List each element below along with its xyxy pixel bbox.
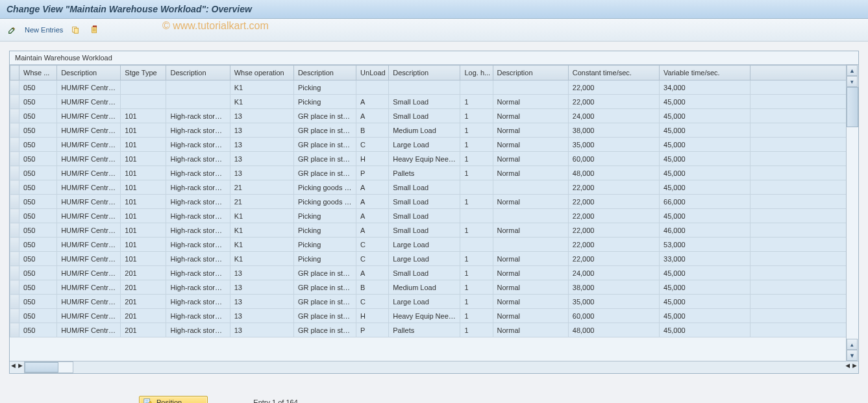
scroll-down-icon[interactable]: ▼: [847, 350, 858, 361]
hscroll-last-icon[interactable]: ►: [851, 361, 858, 373]
cell-desc2[interactable]: High-rack storage: [166, 123, 230, 138]
cell-desc5[interactable]: Normal: [493, 295, 568, 309]
row-selector[interactable]: [10, 80, 19, 95]
cell-desc2[interactable]: High-rack storag…: [166, 280, 230, 295]
cell-log[interactable]: [460, 238, 493, 252]
cell-vt[interactable]: 45,000: [660, 166, 750, 180]
cell-desc4[interactable]: Pallets: [389, 166, 460, 180]
toggle-edit-icon[interactable]: [5, 23, 19, 37]
cell-desc2[interactable]: High-rack storag…: [166, 266, 230, 280]
cell-unload[interactable]: C: [356, 295, 389, 309]
col-whop[interactable]: Whse operation: [230, 66, 293, 80]
cell-desc5[interactable]: Normal: [493, 95, 568, 109]
cell-desc5[interactable]: Normal: [493, 252, 568, 266]
cell-desc2[interactable]: High-rack storage: [166, 180, 230, 195]
cell-unload[interactable]: H: [356, 152, 389, 166]
cell-ct[interactable]: 48,000: [568, 323, 659, 337]
cell-stype[interactable]: [121, 95, 166, 109]
cell-desc5[interactable]: Normal: [493, 195, 568, 209]
cell-desc5[interactable]: Normal: [493, 138, 568, 152]
col-desc3[interactable]: Description: [293, 66, 356, 80]
cell-desc1[interactable]: HUM/RF Central W…: [57, 209, 121, 223]
col-desc2[interactable]: Description: [166, 66, 230, 80]
cell-desc2[interactable]: High-rack storage: [166, 195, 230, 209]
table-row[interactable]: 050HUM/RF Central W…101High-rack storage…: [10, 138, 847, 152]
cell-log[interactable]: [460, 80, 493, 95]
cell-ct[interactable]: 38,000: [568, 123, 659, 138]
row-selector[interactable]: [10, 109, 19, 123]
cell-desc2[interactable]: High-rack storage: [166, 209, 230, 223]
table-row[interactable]: 050HUM/RF Central W…101High-rack storage…: [10, 109, 847, 123]
cell-whop[interactable]: K1: [230, 95, 293, 109]
cell-ct[interactable]: 60,000: [568, 309, 659, 323]
cell-unload[interactable]: P: [356, 323, 389, 337]
cell-unload[interactable]: A: [356, 180, 389, 195]
cell-log[interactable]: 1: [460, 109, 493, 123]
cell-stype[interactable]: 101: [121, 109, 166, 123]
cell-ct[interactable]: 22,000: [568, 223, 659, 238]
cell-desc4[interactable]: Small Load: [389, 266, 460, 280]
cell-desc4[interactable]: Heavy Equip Need…: [389, 152, 460, 166]
col-select[interactable]: [10, 66, 19, 80]
col-whse[interactable]: Whse ...: [19, 66, 57, 80]
cell-desc2[interactable]: High-rack storage: [166, 109, 230, 123]
cell-ct[interactable]: 60,000: [568, 152, 659, 166]
cell-vt[interactable]: 45,000: [660, 138, 750, 152]
cell-vt[interactable]: 33,000: [660, 252, 750, 266]
table-row[interactable]: 050HUM/RF Central W…101High-rack storage…: [10, 152, 847, 166]
scroll-track[interactable]: [847, 87, 858, 339]
cell-desc3[interactable]: GR place in sto…: [293, 266, 356, 280]
hscroll-first-icon[interactable]: ◄: [10, 361, 17, 373]
cell-desc4[interactable]: Large Load: [389, 295, 460, 309]
cell-whse[interactable]: 050: [19, 280, 57, 295]
cell-desc5[interactable]: Normal: [493, 266, 568, 280]
cell-desc3[interactable]: GR place in sto…: [293, 123, 356, 138]
table-row[interactable]: 050HUM/RF Central W…101High-rack storage…: [10, 123, 847, 138]
cell-desc2[interactable]: High-rack storage: [166, 138, 230, 152]
cell-desc5[interactable]: [493, 180, 568, 195]
cell-stype[interactable]: 101: [121, 123, 166, 138]
cell-desc3[interactable]: Picking goods i…: [293, 180, 356, 195]
cell-desc4[interactable]: [389, 80, 460, 95]
cell-whse[interactable]: 050: [19, 266, 57, 280]
table-row[interactable]: 050HUM/RF Central W…101High-rack storage…: [10, 252, 847, 266]
hscroll-left-icon[interactable]: ►: [17, 361, 24, 373]
cell-desc4[interactable]: Medium Load: [389, 123, 460, 138]
cell-log[interactable]: 1: [460, 280, 493, 295]
cell-whop[interactable]: K1: [230, 209, 293, 223]
cell-desc2[interactable]: High-rack storage: [166, 166, 230, 180]
cell-unload[interactable]: B: [356, 280, 389, 295]
table-row[interactable]: 050HUM/RF Central W…101High-rack storage…: [10, 209, 847, 223]
cell-ct[interactable]: 22,000: [568, 252, 659, 266]
cell-log[interactable]: 1: [460, 195, 493, 209]
cell-desc4[interactable]: Small Load: [389, 223, 460, 238]
table-row[interactable]: 050HUM/RF Central W…201High-rack storag……: [10, 323, 847, 337]
cell-desc3[interactable]: Picking: [293, 223, 356, 238]
cell-log[interactable]: 1: [460, 152, 493, 166]
cell-log[interactable]: 1: [460, 295, 493, 309]
cell-desc3[interactable]: GR place in sto…: [293, 295, 356, 309]
cell-desc2[interactable]: High-rack storag…: [166, 323, 230, 337]
cell-desc2[interactable]: High-rack storage: [166, 252, 230, 266]
cell-unload[interactable]: C: [356, 238, 389, 252]
cell-vt[interactable]: 45,000: [660, 209, 750, 223]
cell-stype[interactable]: 201: [121, 295, 166, 309]
cell-whop[interactable]: 13: [230, 166, 293, 180]
cell-stype[interactable]: 201: [121, 323, 166, 337]
cell-whse[interactable]: 050: [19, 180, 57, 195]
cell-desc4[interactable]: Medium Load: [389, 280, 460, 295]
cell-ct[interactable]: 48,000: [568, 166, 659, 180]
cell-stype[interactable]: 101: [121, 180, 166, 195]
cell-unload[interactable]: A: [356, 209, 389, 223]
vertical-scrollbar[interactable]: ▲ ▾ ▴ ▼: [846, 64, 858, 361]
cell-ct[interactable]: 35,000: [568, 138, 659, 152]
cell-log[interactable]: 1: [460, 123, 493, 138]
cell-vt[interactable]: 45,000: [660, 266, 750, 280]
cell-whse[interactable]: 050: [19, 123, 57, 138]
cell-stype[interactable]: 201: [121, 280, 166, 295]
cell-whop[interactable]: 21: [230, 195, 293, 209]
cell-log[interactable]: 1: [460, 166, 493, 180]
cell-stype[interactable]: 101: [121, 223, 166, 238]
cell-vt[interactable]: 45,000: [660, 280, 750, 295]
cell-stype[interactable]: 101: [121, 209, 166, 223]
